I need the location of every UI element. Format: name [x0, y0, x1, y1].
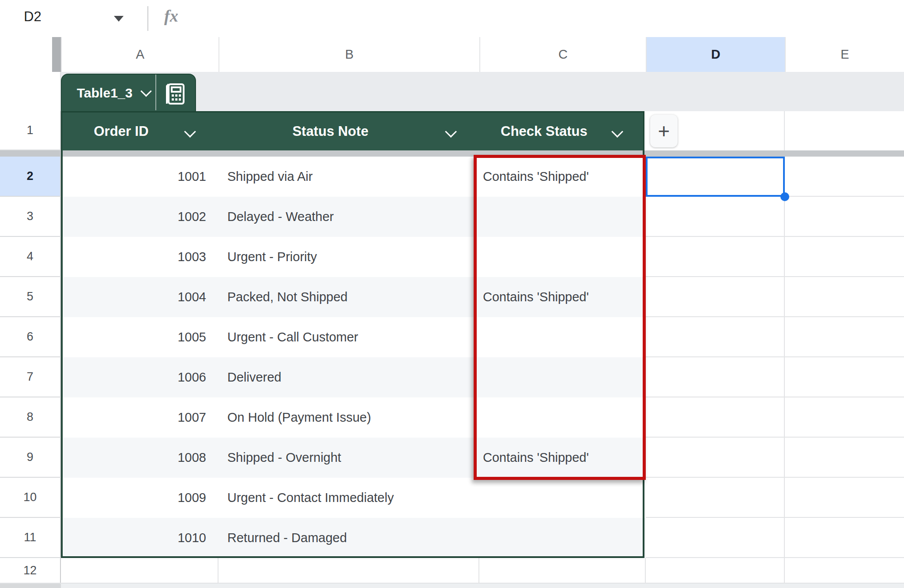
formula-bar-divider: [147, 6, 148, 31]
cell-E6[interactable]: [785, 317, 904, 357]
table-header-cell-2[interactable]: Status Note: [220, 112, 481, 150]
cell-A9[interactable]: 1008: [61, 438, 218, 478]
table-right-border: [643, 150, 644, 558]
spreadsheet-app: D2 fx ABCDE Table1_3: [0, 0, 904, 588]
row-header-5[interactable]: 5: [0, 277, 61, 317]
cell-D12[interactable]: [646, 558, 785, 584]
table-tab-band: Table1_3: [0, 72, 904, 111]
cell-C3[interactable]: [479, 197, 646, 237]
cell-D11[interactable]: [646, 518, 785, 558]
row-header-4[interactable]: 4: [0, 237, 61, 277]
row-header-2[interactable]: 2: [0, 157, 61, 197]
cell-A3[interactable]: 1002: [61, 197, 218, 237]
cell-A7[interactable]: 1006: [61, 357, 218, 397]
name-box[interactable]: D2: [24, 9, 41, 25]
cell-E7[interactable]: [785, 357, 904, 397]
cell-B9[interactable]: Shipped - Overnight: [218, 438, 479, 478]
cell-B3[interactable]: Delayed - Weather: [218, 197, 479, 237]
cell-D3[interactable]: [646, 197, 785, 237]
cell-D6[interactable]: [646, 317, 785, 357]
row-header-7[interactable]: 7: [0, 357, 61, 397]
row-header-8[interactable]: 8: [0, 397, 61, 438]
cell-D1[interactable]: +: [646, 111, 785, 150]
bottom-edge-strip-rowheader: [0, 584, 61, 588]
cell-B11[interactable]: Returned - Damaged: [218, 518, 479, 558]
cell-A12[interactable]: [61, 558, 218, 584]
cell-B7[interactable]: Delivered: [218, 357, 479, 397]
table-header-cell-1[interactable]: Order ID: [62, 112, 220, 150]
cell-C2[interactable]: Contains 'Shipped': [479, 157, 646, 197]
cell-A8[interactable]: 1007: [61, 397, 218, 438]
tab-band-row-header: [0, 72, 61, 111]
cell-C11[interactable]: [479, 518, 646, 558]
table-name-chip[interactable]: Table1_3: [61, 74, 196, 111]
cell-C10[interactable]: [479, 478, 646, 518]
cell-E2[interactable]: [785, 157, 904, 197]
cell-B6[interactable]: Urgent - Call Customer: [218, 317, 479, 357]
bottom-edge-strip: [0, 584, 904, 588]
cell-D10[interactable]: [646, 478, 785, 518]
column-header-B[interactable]: B: [218, 37, 479, 72]
active-cell-selection[interactable]: [646, 157, 785, 197]
cell-E10[interactable]: [785, 478, 904, 518]
column-header-D[interactable]: D: [646, 37, 785, 72]
table-name-label: Table1_3: [77, 86, 132, 101]
table-header-label: Order ID: [62, 112, 220, 150]
cell-C9[interactable]: Contains 'Shipped': [479, 438, 646, 478]
cell-E11[interactable]: [785, 518, 904, 558]
table-header-label: Status Note: [220, 112, 481, 150]
row-header-1[interactable]: 1: [0, 111, 61, 150]
row-header-11[interactable]: 11: [0, 518, 61, 558]
cell-E1[interactable]: [785, 111, 904, 150]
cell-E9[interactable]: [785, 438, 904, 478]
cell-C5[interactable]: Contains 'Shipped': [479, 277, 646, 317]
cell-A2[interactable]: 1001: [61, 157, 218, 197]
formula-bar: D2 fx: [0, 0, 904, 38]
cell-D5[interactable]: [646, 277, 785, 317]
cell-D4[interactable]: [646, 237, 785, 277]
add-column-button[interactable]: +: [650, 115, 678, 147]
cell-A10[interactable]: 1009: [61, 478, 218, 518]
row-header-12[interactable]: 12: [0, 558, 61, 584]
freeze-corner-handle[interactable]: [52, 37, 61, 72]
cell-D7[interactable]: [646, 357, 785, 397]
cell-B12[interactable]: [218, 558, 479, 584]
cell-E12[interactable]: [785, 558, 904, 584]
table-left-border: [61, 150, 63, 558]
cell-C7[interactable]: [479, 357, 646, 397]
row-header-10[interactable]: 10: [0, 478, 61, 518]
cell-E3[interactable]: [785, 197, 904, 237]
cell-B5[interactable]: Packed, Not Shipped: [218, 277, 479, 317]
table-header-cell-3[interactable]: Check Status: [481, 112, 647, 150]
name-box-dropdown-icon[interactable]: [114, 16, 124, 22]
cell-C12[interactable]: [479, 558, 646, 584]
chip-divider: [155, 75, 156, 110]
cell-B10[interactable]: Urgent - Contact Immediately: [218, 478, 479, 518]
cell-E4[interactable]: [785, 237, 904, 277]
frozen-row-divider[interactable]: [0, 150, 904, 157]
cell-B8[interactable]: On Hold (Payment Issue): [218, 397, 479, 438]
column-header-E[interactable]: E: [785, 37, 904, 72]
cell-D8[interactable]: [646, 397, 785, 438]
cell-A4[interactable]: 1003: [61, 237, 218, 277]
cell-D9[interactable]: [646, 438, 785, 478]
cell-B4[interactable]: Urgent - Priority: [218, 237, 479, 277]
cell-E8[interactable]: [785, 397, 904, 438]
cell-A6[interactable]: 1005: [61, 317, 218, 357]
cell-B2[interactable]: Shipped via Air: [218, 157, 479, 197]
column-header-A[interactable]: A: [61, 37, 218, 72]
table-menu-chevron-icon[interactable]: [140, 86, 151, 97]
cell-C6[interactable]: [479, 317, 646, 357]
cell-C8[interactable]: [479, 397, 646, 438]
cell-C4[interactable]: [479, 237, 646, 277]
table-grid-icon[interactable]: [164, 82, 187, 108]
row-header-6[interactable]: 6: [0, 317, 61, 357]
cell-A11[interactable]: 1010: [61, 518, 218, 558]
cell-A5[interactable]: 1004: [61, 277, 218, 317]
row-header-3[interactable]: 3: [0, 197, 61, 237]
column-header-C[interactable]: C: [479, 37, 646, 72]
column-header-strip: ABCDE: [0, 37, 904, 73]
fill-handle[interactable]: [780, 192, 789, 201]
row-header-9[interactable]: 9: [0, 438, 61, 478]
cell-E5[interactable]: [785, 277, 904, 317]
